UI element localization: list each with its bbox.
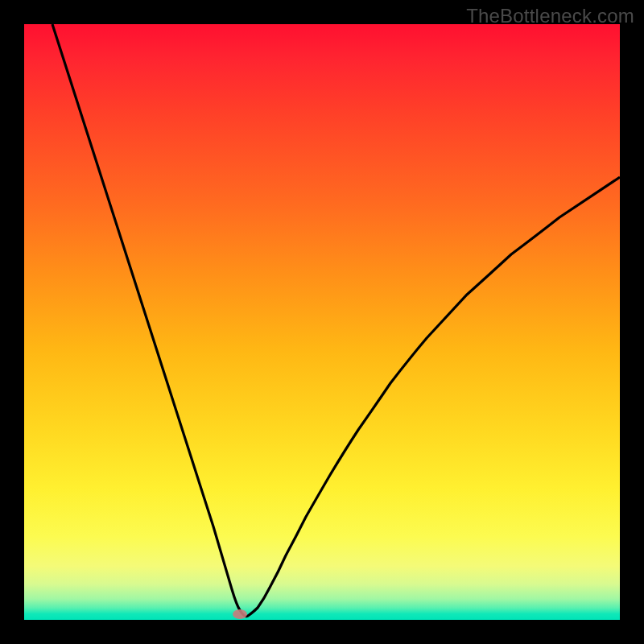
chart-frame — [24, 24, 620, 620]
optimal-point-marker — [233, 609, 247, 619]
chart-svg — [24, 24, 620, 620]
bottleneck-curve-path — [52, 24, 620, 617]
